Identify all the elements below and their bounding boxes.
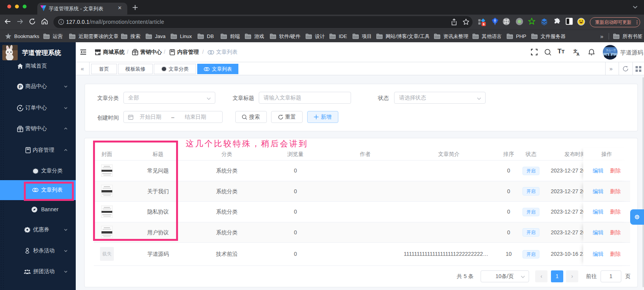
svg-text:P: P	[19, 84, 22, 89]
svg-text:文心一言: 文心一言	[606, 49, 616, 52]
svg-text:A: A	[577, 52, 580, 56]
svg-text:6: 6	[483, 22, 485, 26]
